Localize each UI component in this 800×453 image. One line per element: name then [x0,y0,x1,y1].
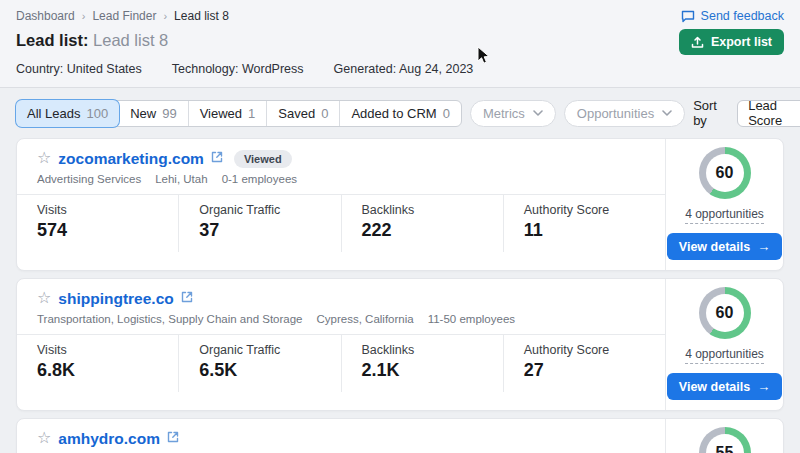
lead-score-value: 60 [706,154,744,192]
opportunities-link[interactable]: 4 opportunities [685,207,764,224]
breadcrumb-lead-list: Lead list 8 [174,9,229,23]
external-link-icon[interactable] [211,149,223,167]
lead-domain-link[interactable]: shippingtree.co [58,290,173,308]
lead-card: ☆ zocomarketing.com Viewed Advertising S… [16,138,784,271]
viewed-badge: Viewed [234,150,292,168]
metric-backlinks: Backlinks 222 [342,195,504,252]
page-title: Lead list: Lead list 8 [16,31,168,50]
upload-icon [691,36,704,49]
metrics-dropdown[interactable]: Metrics [470,100,556,127]
tab-viewed-label: Viewed [200,106,242,121]
lead-card: ☆ shippingtree.co Transportation, Logist… [16,278,784,411]
page-title-label: Lead list: [16,31,88,49]
lead-card: ☆ amhydro.com Farming Arcata, CA 11-50 e… [16,418,784,453]
toolbar: All Leads 100 New 99 Viewed 1 Saved 0 Ad… [0,88,800,138]
lead-score-value: 60 [706,294,744,332]
lead-location: Lehi, Utah [155,173,207,185]
breadcrumb-dashboard[interactable]: Dashboard [16,9,75,23]
chevron-right-icon: › [82,10,86,22]
sort-select[interactable]: Lead Score [737,100,800,127]
metric-authority-score: Authority Score 27 [504,335,665,392]
tab-all-leads-count: 100 [86,106,108,121]
meta-technology: Technology: WordPress [172,62,304,76]
tab-added-to-crm-label: Added to CRM [351,106,436,121]
star-icon[interactable]: ☆ [37,430,51,446]
breadcrumb-lead-finder[interactable]: Lead Finder [92,9,156,23]
tab-viewed-count: 1 [248,106,255,121]
speech-bubble-icon [681,10,695,23]
page-header: Dashboard › Lead Finder › Lead list 8 Se… [0,0,800,88]
breadcrumb: Dashboard › Lead Finder › Lead list 8 [16,9,229,23]
tab-new-label: New [130,106,156,121]
lead-industry: Advertising Services [37,173,141,185]
star-icon[interactable]: ☆ [37,290,51,306]
tab-viewed[interactable]: Viewed 1 [189,101,268,126]
tab-new-count: 99 [162,106,176,121]
view-details-label: View details [679,380,750,394]
leads-tab-group: All Leads 100 New 99 Viewed 1 Saved 0 Ad… [16,100,462,127]
lead-industry: Transportation, Logistics, Supply Chain … [37,313,303,325]
view-details-button[interactable]: View details → [667,373,782,400]
tab-saved-label: Saved [278,106,315,121]
tab-all-leads-label: All Leads [27,106,80,121]
list-meta: Country: United States Technology: WordP… [16,62,784,76]
lead-location: Cypress, California [317,313,414,325]
external-link-icon[interactable] [181,289,193,307]
chevron-right-icon: › [163,10,167,22]
tab-saved-count: 0 [321,106,328,121]
meta-country: Country: United States [16,62,142,76]
tab-saved[interactable]: Saved 0 [267,101,340,126]
lead-score-ring: 60 [699,147,751,199]
chevron-down-icon [662,110,672,116]
chevron-down-icon [533,110,543,116]
tab-added-to-crm-count: 0 [443,106,450,121]
opportunities-dropdown-label: Opportunities [577,106,654,121]
metric-organic-traffic: Organic Traffic 6.5K [179,335,341,392]
lead-domain-link[interactable]: amhydro.com [58,430,160,448]
view-details-button[interactable]: View details → [667,233,782,260]
send-feedback-label: Send feedback [701,9,784,23]
metric-visits: Visits 574 [17,195,179,252]
lead-list: ☆ zocomarketing.com Viewed Advertising S… [16,138,784,453]
tab-new[interactable]: New 99 [119,101,188,126]
metric-backlinks: Backlinks 2.1K [342,335,504,392]
lead-score-ring: 55 [699,427,751,453]
external-link-icon[interactable] [167,429,179,447]
export-list-label: Export list [711,35,772,49]
arrow-right-icon: → [757,239,770,254]
lead-employees: 11-50 employees [428,313,515,325]
metrics-dropdown-label: Metrics [483,106,525,121]
sort-by-label: Sort by [693,98,729,128]
metric-authority-score: Authority Score 11 [504,195,665,252]
meta-generated: Generated: Aug 24, 2023 [334,62,474,76]
opportunities-dropdown[interactable]: Opportunities [564,100,685,127]
page-title-value: Lead list 8 [93,31,168,49]
metric-visits: Visits 6.8K [17,335,179,392]
star-icon[interactable]: ☆ [37,150,51,166]
metric-organic-traffic: Organic Traffic 37 [179,195,341,252]
opportunities-link[interactable]: 4 opportunities [685,347,764,364]
lead-domain-link[interactable]: zocomarketing.com [58,150,204,168]
export-list-button[interactable]: Export list [679,29,784,55]
tab-all-leads[interactable]: All Leads 100 [16,100,119,127]
arrow-right-icon: → [757,379,770,394]
tab-added-to-crm[interactable]: Added to CRM 0 [340,101,461,126]
lead-score-value: 55 [706,434,744,453]
lead-score-ring: 60 [699,287,751,339]
sort-select-value: Lead Score [748,98,800,128]
lead-employees: 0-1 employees [222,173,297,185]
send-feedback-link[interactable]: Send feedback [681,9,784,23]
view-details-label: View details [679,240,750,254]
